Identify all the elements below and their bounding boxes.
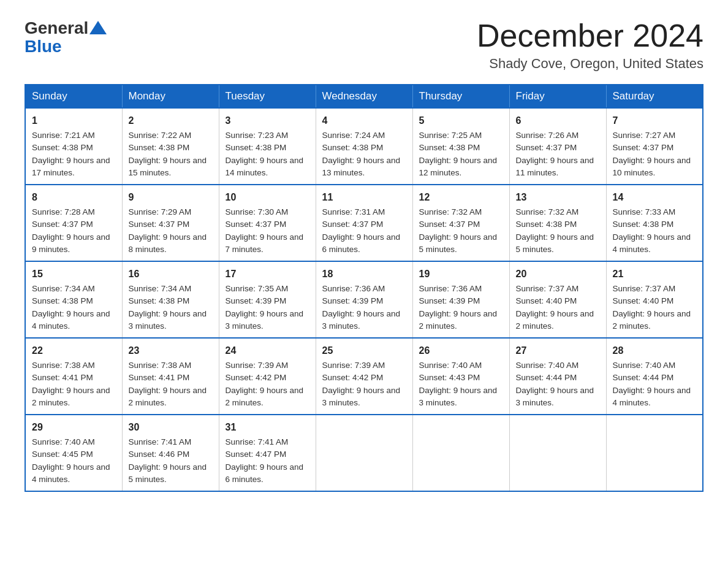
day-number: 5 [419, 113, 503, 128]
daylight-text: Daylight: 9 hours and 3 minutes. [322, 308, 406, 333]
location-subtitle: Shady Cove, Oregon, United States [477, 56, 703, 72]
sunset-text: Sunset: 4:43 PM [419, 372, 503, 384]
calendar-cell: 25Sunrise: 7:39 AMSunset: 4:42 PMDayligh… [316, 338, 412, 415]
sunset-text: Sunset: 4:47 PM [226, 448, 309, 461]
sunset-text: Sunset: 4:38 PM [32, 142, 116, 154]
day-number: 17 [226, 267, 309, 282]
daylight-text: Daylight: 9 hours and 12 minutes. [419, 155, 503, 180]
daylight-text: Daylight: 9 hours and 10 minutes. [613, 155, 697, 180]
daylight-text: Daylight: 9 hours and 11 minutes. [516, 155, 600, 180]
calendar-cell: 15Sunrise: 7:34 AMSunset: 4:38 PMDayligh… [25, 261, 122, 338]
sunrise-text: Sunrise: 7:30 AM [226, 206, 309, 218]
calendar-table: SundayMondayTuesdayWednesdayThursdayFrid… [25, 84, 703, 492]
daylight-text: Daylight: 9 hours and 4 minutes. [32, 461, 116, 486]
day-number: 14 [613, 190, 697, 205]
day-number: 10 [226, 190, 309, 205]
day-number: 13 [516, 190, 600, 205]
day-number: 26 [419, 343, 503, 358]
calendar-cell: 21Sunrise: 7:37 AMSunset: 4:40 PMDayligh… [606, 261, 703, 338]
sunrise-text: Sunrise: 7:41 AM [129, 436, 213, 448]
calendar-cell: 6Sunrise: 7:26 AMSunset: 4:37 PMDaylight… [509, 108, 606, 185]
day-number: 20 [516, 267, 600, 282]
daylight-text: Daylight: 9 hours and 14 minutes. [226, 155, 309, 180]
sunrise-text: Sunrise: 7:35 AM [226, 283, 309, 295]
day-number: 22 [32, 343, 116, 358]
sunset-text: Sunset: 4:38 PM [419, 142, 503, 154]
sunrise-text: Sunrise: 7:32 AM [516, 206, 600, 218]
sunrise-text: Sunrise: 7:33 AM [613, 206, 697, 218]
sunrise-text: Sunrise: 7:40 AM [32, 436, 116, 448]
calendar-cell: 17Sunrise: 7:35 AMSunset: 4:39 PMDayligh… [219, 261, 316, 338]
weekday-header-monday: Monday [122, 85, 219, 108]
day-number: 25 [322, 343, 406, 358]
daylight-text: Daylight: 9 hours and 7 minutes. [226, 231, 309, 256]
sunset-text: Sunset: 4:38 PM [516, 218, 600, 231]
sunset-text: Sunset: 4:38 PM [226, 142, 309, 154]
calendar-cell: 30Sunrise: 7:41 AMSunset: 4:46 PMDayligh… [122, 415, 219, 491]
logo-blue-text: Blue [25, 38, 62, 55]
daylight-text: Daylight: 9 hours and 15 minutes. [129, 155, 213, 180]
calendar-cell: 23Sunrise: 7:38 AMSunset: 4:41 PMDayligh… [122, 338, 219, 415]
daylight-text: Daylight: 9 hours and 17 minutes. [32, 155, 116, 180]
weekday-header-tuesday: Tuesday [219, 85, 316, 108]
sunrise-text: Sunrise: 7:28 AM [32, 206, 116, 218]
day-number: 24 [226, 343, 309, 358]
sunset-text: Sunset: 4:39 PM [322, 295, 406, 307]
calendar-cell: 31Sunrise: 7:41 AMSunset: 4:47 PMDayligh… [219, 415, 316, 491]
sunrise-text: Sunrise: 7:39 AM [226, 359, 309, 372]
calendar-cell: 16Sunrise: 7:34 AMSunset: 4:38 PMDayligh… [122, 261, 219, 338]
daylight-text: Daylight: 9 hours and 5 minutes. [129, 461, 213, 486]
sunset-text: Sunset: 4:37 PM [32, 218, 116, 231]
calendar-week-row: 8Sunrise: 7:28 AMSunset: 4:37 PMDaylight… [25, 185, 703, 261]
logo-general-text: General [25, 18, 88, 38]
calendar-week-row: 29Sunrise: 7:40 AMSunset: 4:45 PMDayligh… [25, 415, 703, 491]
calendar-cell: 29Sunrise: 7:40 AMSunset: 4:45 PMDayligh… [25, 415, 122, 491]
day-number: 3 [226, 113, 309, 128]
calendar-cell [606, 415, 703, 491]
sunset-text: Sunset: 4:37 PM [613, 142, 697, 154]
day-number: 12 [419, 190, 503, 205]
sunset-text: Sunset: 4:38 PM [129, 295, 213, 307]
sunset-text: Sunset: 4:42 PM [322, 372, 406, 384]
daylight-text: Daylight: 9 hours and 2 minutes. [516, 308, 600, 333]
sunset-text: Sunset: 4:37 PM [419, 218, 503, 231]
weekday-header-sunday: Sunday [25, 85, 122, 108]
sunrise-text: Sunrise: 7:38 AM [129, 359, 213, 372]
sunrise-text: Sunrise: 7:24 AM [322, 129, 406, 142]
day-number: 30 [129, 420, 213, 435]
day-number: 23 [129, 343, 213, 358]
daylight-text: Daylight: 9 hours and 3 minutes. [419, 385, 503, 410]
sunrise-text: Sunrise: 7:25 AM [419, 129, 503, 142]
sunset-text: Sunset: 4:38 PM [322, 142, 406, 154]
day-number: 2 [129, 113, 213, 128]
day-number: 6 [516, 113, 600, 128]
sunrise-text: Sunrise: 7:32 AM [419, 206, 503, 218]
sunset-text: Sunset: 4:39 PM [226, 295, 309, 307]
calendar-cell: 22Sunrise: 7:38 AMSunset: 4:41 PMDayligh… [25, 338, 122, 415]
calendar-cell: 13Sunrise: 7:32 AMSunset: 4:38 PMDayligh… [509, 185, 606, 261]
daylight-text: Daylight: 9 hours and 13 minutes. [322, 155, 406, 180]
sunrise-text: Sunrise: 7:26 AM [516, 129, 600, 142]
weekday-header-friday: Friday [509, 85, 606, 108]
calendar-cell: 8Sunrise: 7:28 AMSunset: 4:37 PMDaylight… [25, 185, 122, 261]
day-number: 15 [32, 267, 116, 282]
calendar-week-row: 1Sunrise: 7:21 AMSunset: 4:38 PMDaylight… [25, 108, 703, 185]
sunrise-text: Sunrise: 7:37 AM [613, 283, 697, 295]
day-number: 8 [32, 190, 116, 205]
calendar-cell: 24Sunrise: 7:39 AMSunset: 4:42 PMDayligh… [219, 338, 316, 415]
calendar-cell: 5Sunrise: 7:25 AMSunset: 4:38 PMDaylight… [412, 108, 509, 185]
sunset-text: Sunset: 4:37 PM [516, 142, 600, 154]
daylight-text: Daylight: 9 hours and 6 minutes. [226, 461, 309, 486]
sunset-text: Sunset: 4:40 PM [613, 295, 697, 307]
sunset-text: Sunset: 4:44 PM [516, 372, 600, 384]
calendar-cell: 19Sunrise: 7:36 AMSunset: 4:39 PMDayligh… [412, 261, 509, 338]
sunset-text: Sunset: 4:44 PM [613, 372, 697, 384]
daylight-text: Daylight: 9 hours and 5 minutes. [419, 231, 503, 256]
calendar-cell: 20Sunrise: 7:37 AMSunset: 4:40 PMDayligh… [509, 261, 606, 338]
calendar-cell: 2Sunrise: 7:22 AMSunset: 4:38 PMDaylight… [122, 108, 219, 185]
daylight-text: Daylight: 9 hours and 4 minutes. [613, 385, 697, 410]
logo-triangle-icon [89, 21, 107, 34]
daylight-text: Daylight: 9 hours and 2 minutes. [419, 308, 503, 333]
sunrise-text: Sunrise: 7:34 AM [129, 283, 213, 295]
calendar-cell: 12Sunrise: 7:32 AMSunset: 4:37 PMDayligh… [412, 185, 509, 261]
